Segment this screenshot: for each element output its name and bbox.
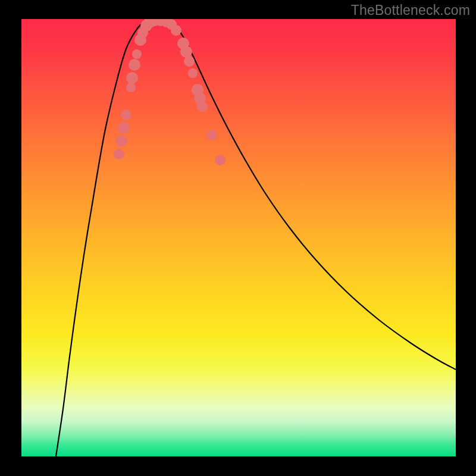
data-point (114, 149, 124, 159)
data-point (180, 46, 192, 58)
data-point (132, 49, 142, 59)
data-point (206, 130, 217, 140)
data-point (126, 83, 136, 92)
bottleneck-curve (56, 20, 456, 456)
data-point (188, 68, 198, 78)
plot-area (21, 19, 456, 456)
data-points (114, 19, 226, 165)
data-point (118, 122, 130, 134)
chart-svg (21, 19, 456, 456)
data-point (129, 59, 140, 71)
data-point (184, 56, 195, 67)
data-point (121, 109, 131, 120)
chart-frame: TheBottleneck.com (0, 0, 476, 476)
data-point (197, 101, 208, 112)
data-point (126, 72, 138, 84)
data-point (171, 25, 181, 36)
watermark-text: TheBottleneck.com (351, 2, 470, 18)
data-point (115, 135, 127, 147)
data-point (215, 155, 226, 165)
